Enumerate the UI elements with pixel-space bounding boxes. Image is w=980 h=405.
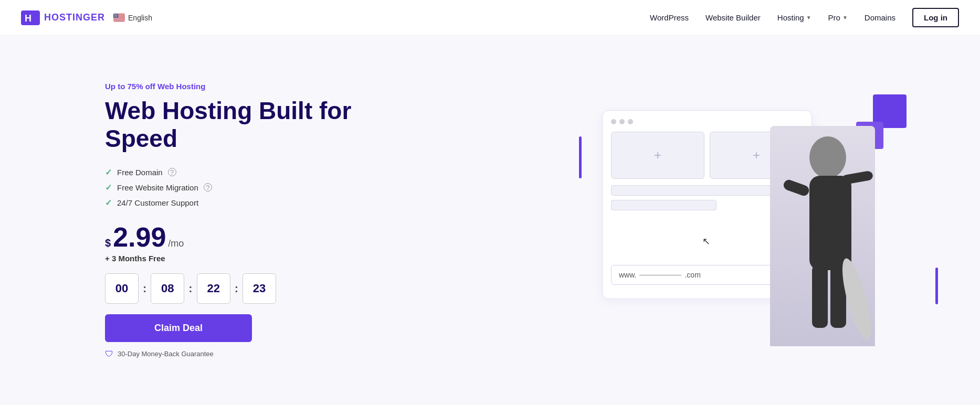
svg-point-17 — [116, 15, 117, 15]
feature-label-2: Free Website Migration — [117, 183, 198, 192]
svg-point-23 — [117, 16, 118, 16]
nav-wordpress[interactable]: WordPress — [650, 13, 689, 22]
cursor-icon: ↖ — [702, 236, 710, 247]
feature-support: ✓ 24/7 Customer Support — [105, 198, 378, 208]
svg-rect-30 — [782, 178, 810, 197]
svg-point-25 — [115, 16, 115, 17]
features-list: ✓ Free Domain ? ✓ Free Website Migration… — [105, 167, 378, 208]
price-extra: + 3 Months Free — [105, 254, 378, 263]
price-section: $ 2.99 /mo — [105, 223, 378, 251]
logo-text: HOSTINGER — [44, 12, 105, 23]
svg-point-10 — [114, 14, 114, 15]
login-button[interactable]: Log in — [912, 8, 959, 27]
countdown-frames: 23 — [243, 273, 276, 304]
promo-tag: Up to 75% off Web Hosting — [105, 82, 378, 91]
price-dollar: $ — [105, 237, 111, 249]
feature-label-1: Free Domain — [117, 168, 163, 177]
navbar: H HOSTINGER — [0, 0, 980, 36]
svg-rect-6 — [113, 18, 125, 18]
feature-label-3: 24/7 Customer Support — [117, 198, 198, 207]
countdown-sep-1: : — [143, 282, 146, 295]
content-box-1: + — [611, 132, 704, 179]
price-amount: 2.99 — [113, 223, 166, 251]
browser-dots — [611, 119, 803, 124]
svg-point-21 — [115, 16, 116, 16]
svg-rect-7 — [113, 19, 125, 19]
svg-rect-31 — [841, 170, 873, 185]
countdown-sep-2: : — [188, 282, 192, 295]
svg-point-16 — [115, 15, 115, 15]
nav-hosting[interactable]: Hosting ▼ — [777, 13, 812, 22]
hosting-dropdown-icon: ▼ — [806, 15, 812, 20]
svg-point-13 — [116, 14, 117, 15]
hero-title: Web Hosting Built for Speed — [105, 97, 378, 153]
check-icon-1: ✓ — [105, 167, 112, 177]
dot-3 — [628, 119, 633, 124]
hero-illustration: + + ↖ www. .com — [602, 94, 896, 346]
countdown-hours: 00 — [105, 273, 139, 304]
svg-point-14 — [117, 14, 118, 15]
svg-point-18 — [117, 15, 117, 15]
svg-point-26 — [116, 16, 117, 17]
svg-rect-8 — [113, 20, 125, 21]
logo[interactable]: H HOSTINGER — [21, 10, 105, 25]
pro-dropdown-icon: ▼ — [842, 15, 848, 20]
svg-point-15 — [114, 15, 115, 15]
guarantee-section: 🛡 30-Day Money-Back Guarantee — [105, 349, 378, 359]
guarantee-label: 30-Day Money-Back Guarantee — [118, 350, 214, 358]
countdown-minutes: 08 — [151, 273, 184, 304]
domain-www: www. — [619, 271, 636, 279]
language-selector[interactable]: English — [113, 14, 152, 22]
hero-section: Up to 75% off Web Hosting Web Hosting Bu… — [0, 36, 980, 405]
promo-prefix: Up to — [105, 82, 128, 91]
navbar-left: H HOSTINGER — [21, 10, 152, 25]
check-icon-3: ✓ — [105, 198, 112, 208]
svg-rect-29 — [809, 176, 851, 270]
svg-point-19 — [114, 16, 114, 16]
placeholder-bar-2 — [611, 200, 716, 210]
feature-migration: ✓ Free Website Migration ? — [105, 183, 378, 193]
check-icon-2: ✓ — [105, 183, 112, 193]
flag-icon — [113, 14, 125, 22]
svg-point-20 — [114, 16, 115, 16]
dot-2 — [619, 119, 625, 124]
svg-point-28 — [809, 136, 846, 178]
claim-deal-button[interactable]: Claim Deal — [105, 314, 252, 342]
deco-bar-left — [579, 136, 582, 178]
countdown-timer: 00 : 08 : 22 : 23 — [105, 273, 378, 304]
hero-content: Up to 75% off Web Hosting Web Hosting Bu… — [105, 82, 378, 359]
svg-rect-32 — [812, 265, 828, 328]
navbar-right: WordPress Website Builder Hosting ▼ Pro … — [650, 8, 959, 27]
feature-free-domain: ✓ Free Domain ? — [105, 167, 378, 177]
svg-point-27 — [117, 16, 117, 17]
person-image — [770, 126, 875, 346]
price-mo: /mo — [168, 238, 184, 249]
svg-point-11 — [114, 14, 115, 15]
domain-line — [639, 275, 681, 275]
dot-1 — [611, 119, 616, 124]
nav-website-builder[interactable]: Website Builder — [705, 13, 761, 22]
language-label: English — [128, 14, 152, 22]
info-icon-2[interactable]: ? — [204, 183, 212, 191]
shield-icon: 🛡 — [105, 349, 113, 359]
promo-discount: 75% off — [128, 82, 155, 91]
promo-suffix: Web Hosting — [155, 82, 206, 91]
svg-point-24 — [114, 16, 115, 17]
nav-domains[interactable]: Domains — [865, 13, 895, 22]
logo-icon: H — [21, 10, 40, 25]
domain-com: .com — [684, 271, 700, 279]
svg-text:H: H — [25, 13, 31, 24]
nav-pro[interactable]: Pro ▼ — [828, 13, 848, 22]
countdown-sep-3: : — [235, 282, 238, 295]
info-icon-1[interactable]: ? — [168, 168, 176, 176]
deco-bar-right — [935, 268, 938, 304]
svg-point-22 — [116, 16, 117, 16]
svg-point-12 — [115, 14, 116, 15]
countdown-seconds: 22 — [197, 273, 230, 304]
